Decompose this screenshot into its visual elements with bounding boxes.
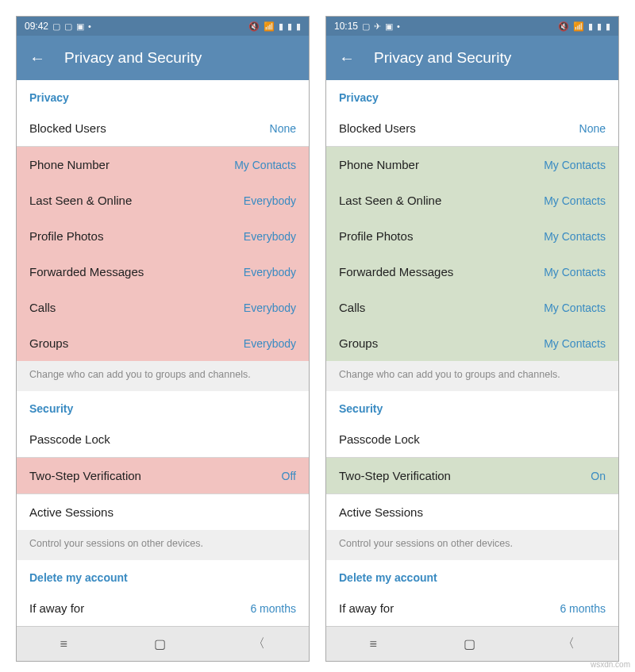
row-value: My Contacts bbox=[544, 301, 606, 314]
row-label: Forwarded Messages bbox=[339, 265, 453, 278]
row-value: 6 months bbox=[560, 602, 606, 615]
sessions-hint: Control your sessions on other devices. bbox=[17, 530, 309, 560]
if-away-row[interactable]: If away for 6 months bbox=[326, 590, 618, 626]
phone-number-row[interactable]: Phone Number My Contacts bbox=[326, 147, 618, 182]
phone-default: 09:42 ▢ ▢ ▣ • 🔇 📶 ▮ ▮ ▮ ← Privacy and Se… bbox=[16, 16, 310, 662]
recent-apps-icon[interactable]: ≡ bbox=[60, 637, 67, 651]
row-label: Forwarded Messages bbox=[29, 265, 144, 278]
wifi-icon: 📶 bbox=[264, 21, 275, 32]
recent-apps-icon[interactable]: ≡ bbox=[370, 637, 377, 651]
phone-number-row[interactable]: Phone Number My Contacts bbox=[17, 147, 309, 182]
row-value: Everybody bbox=[244, 230, 296, 243]
security-header: Security bbox=[17, 391, 309, 421]
delete-account-header: Delete my account bbox=[17, 560, 309, 590]
status-time: 10:15 bbox=[334, 21, 358, 32]
page-title: Privacy and Security bbox=[374, 49, 511, 67]
active-sessions-row[interactable]: Active Sessions bbox=[17, 494, 309, 530]
battery-icon: ▮ bbox=[606, 21, 610, 32]
row-label: Last Seen & Online bbox=[29, 194, 132, 207]
calls-row[interactable]: Calls Everybody bbox=[17, 290, 309, 325]
row-value: Off bbox=[282, 470, 296, 482]
home-icon[interactable]: ▢ bbox=[154, 636, 166, 651]
groups-row[interactable]: Groups My Contacts bbox=[326, 325, 618, 361]
last-seen-row[interactable]: Last Seen & Online My Contacts bbox=[326, 182, 618, 218]
row-label: Groups bbox=[339, 336, 378, 350]
privacy-header: Privacy bbox=[326, 80, 618, 110]
row-value: My Contacts bbox=[544, 337, 606, 350]
phone-recommended: 10:15 ▢ ✈ ▣ • 🔇 📶 ▮ ▮ ▮ ← Privacy and Se… bbox=[325, 16, 619, 662]
android-nav-bar: ≡ ▢ 〈 bbox=[17, 626, 309, 661]
profile-photos-row[interactable]: Profile Photos My Contacts bbox=[326, 218, 618, 254]
two-step-row[interactable]: Two-Step Verification On bbox=[326, 458, 618, 493]
row-value: My Contacts bbox=[234, 159, 296, 171]
row-value: Everybody bbox=[244, 266, 296, 278]
signal-icon: ▮ bbox=[279, 21, 283, 32]
calls-row[interactable]: Calls My Contacts bbox=[326, 290, 618, 325]
last-seen-row[interactable]: Last Seen & Online Everybody bbox=[17, 182, 309, 218]
groups-row[interactable]: Groups Everybody bbox=[17, 325, 309, 361]
row-label: Phone Number bbox=[339, 158, 419, 171]
sessions-hint: Control your sessions on other devices. bbox=[326, 530, 618, 560]
forwarded-messages-row[interactable]: Forwarded Messages My Contacts bbox=[326, 254, 618, 290]
security-header: Security bbox=[326, 391, 618, 421]
active-sessions-row[interactable]: Active Sessions bbox=[326, 494, 618, 530]
row-value: Everybody bbox=[244, 337, 296, 350]
gallery-icon: ▢ bbox=[362, 21, 370, 32]
row-value: Everybody bbox=[244, 194, 296, 207]
row-label: Two-Step Verification bbox=[29, 469, 141, 482]
mute-icon: 🔇 bbox=[248, 21, 260, 32]
back-icon[interactable]: ← bbox=[339, 49, 355, 67]
status-bar: 09:42 ▢ ▢ ▣ • 🔇 📶 ▮ ▮ ▮ bbox=[17, 17, 309, 36]
privacy-header: Privacy bbox=[17, 80, 309, 110]
signal-icon: ▮ bbox=[287, 21, 292, 32]
weather-icon: ▣ bbox=[385, 21, 393, 32]
home-icon[interactable]: ▢ bbox=[464, 636, 475, 651]
row-value: My Contacts bbox=[544, 266, 606, 278]
row-label: Last Seen & Online bbox=[339, 194, 441, 207]
android-nav-bar: ≡ ▢ 〈 bbox=[326, 626, 618, 661]
groups-hint: Change who can add you to groups and cha… bbox=[17, 361, 309, 391]
row-label: Passcode Lock bbox=[339, 432, 420, 446]
row-label: Groups bbox=[29, 336, 68, 350]
wifi-icon: 📶 bbox=[573, 21, 584, 32]
blocked-users-row[interactable]: Blocked Users None bbox=[17, 110, 309, 146]
row-label: Profile Photos bbox=[29, 229, 103, 243]
gallery-icon: ▢ bbox=[52, 21, 60, 32]
row-value: None bbox=[270, 122, 296, 135]
profile-photos-row[interactable]: Profile Photos Everybody bbox=[17, 218, 309, 254]
passcode-lock-row[interactable]: Passcode Lock bbox=[326, 421, 618, 457]
row-label: Blocked Users bbox=[339, 121, 416, 135]
passcode-lock-row[interactable]: Passcode Lock bbox=[17, 421, 309, 457]
back-nav-icon[interactable]: 〈 bbox=[562, 636, 575, 652]
telegram-icon: ✈ bbox=[374, 21, 381, 32]
blocked-users-row[interactable]: Blocked Users None bbox=[326, 110, 618, 146]
row-value: My Contacts bbox=[544, 194, 606, 207]
row-label: Passcode Lock bbox=[29, 432, 110, 446]
two-step-row[interactable]: Two-Step Verification Off bbox=[17, 458, 309, 493]
groups-hint: Change who can add you to groups and cha… bbox=[326, 361, 618, 391]
gallery-icon: ▢ bbox=[64, 21, 72, 32]
status-bar: 10:15 ▢ ✈ ▣ • 🔇 📶 ▮ ▮ ▮ bbox=[326, 17, 618, 36]
row-value: My Contacts bbox=[544, 230, 606, 243]
back-icon[interactable]: ← bbox=[29, 49, 45, 67]
mute-icon: 🔇 bbox=[558, 21, 569, 32]
row-value: None bbox=[579, 122, 606, 135]
weather-icon: ▣ bbox=[76, 21, 84, 32]
battery-icon: ▮ bbox=[296, 21, 301, 32]
if-away-row[interactable]: If away for 6 months bbox=[17, 590, 309, 626]
watermark: wsxdn.com bbox=[591, 660, 630, 669]
more-icon: • bbox=[397, 21, 400, 31]
app-bar: ← Privacy and Security bbox=[17, 36, 309, 80]
row-value: 6 months bbox=[250, 602, 296, 615]
row-value: Everybody bbox=[244, 301, 296, 314]
back-nav-icon[interactable]: 〈 bbox=[252, 636, 265, 652]
row-label: Two-Step Verification bbox=[339, 469, 451, 482]
forwarded-messages-row[interactable]: Forwarded Messages Everybody bbox=[17, 254, 309, 290]
delete-account-header: Delete my account bbox=[326, 560, 618, 590]
status-time: 09:42 bbox=[25, 21, 48, 32]
app-bar: ← Privacy and Security bbox=[326, 36, 618, 80]
row-label: If away for bbox=[29, 601, 84, 615]
row-label: Profile Photos bbox=[339, 229, 413, 243]
row-value: On bbox=[591, 470, 606, 482]
more-icon: • bbox=[88, 21, 91, 31]
